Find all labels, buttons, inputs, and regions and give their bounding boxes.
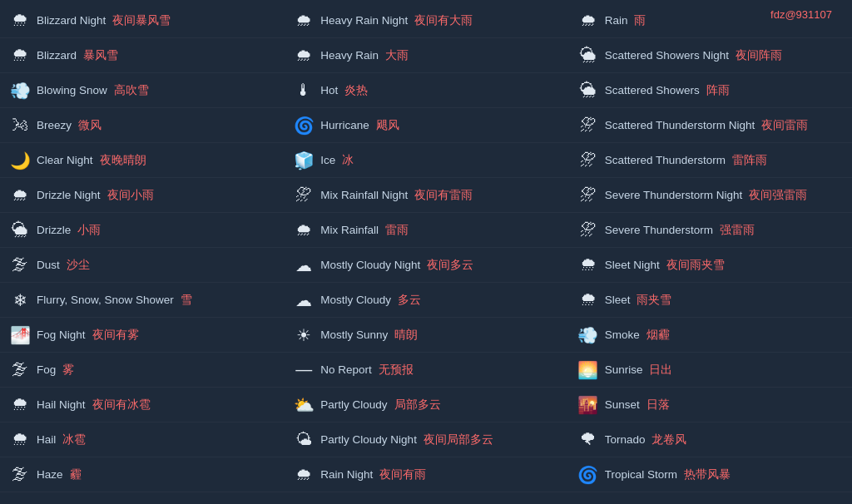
weather-item: ☁Mostly Cloudy Night夜间多云 (284, 248, 567, 283)
weather-icon: 🌧 (7, 185, 33, 205)
weather-icon: 🌁 (7, 325, 33, 345)
weather-name-zh: 冰 (342, 153, 354, 168)
weather-name-en: Ice (320, 154, 335, 166)
weather-name-zh: 夜间雨夹雪 (666, 258, 725, 273)
weather-icon: 🌧 (290, 465, 317, 484)
weather-name-en: Mostly Sunny (320, 329, 388, 341)
weather-name-en: Fog Night (37, 329, 86, 341)
weather-name-en: Hurricane (320, 119, 369, 131)
weather-name-zh: 夜间有大雨 (414, 13, 473, 28)
weather-name-en: Scattered Thunderstorm (605, 154, 726, 166)
weather-item: ❄Flurry, Snow, Snow Shower雪 (0, 283, 284, 318)
weather-icon: 💨 (7, 81, 33, 101)
weather-item: ⛈Scattered Thunderstorm Night夜间雷雨 (568, 108, 852, 143)
weather-icon: 🌨 (7, 46, 33, 65)
weather-name-en: Heavy Rain Night (320, 14, 408, 27)
weather-icon: 🌪 (575, 430, 602, 449)
weather-name-zh: 日落 (646, 398, 670, 413)
weather-name-en: Sleet Night (605, 259, 660, 271)
weather-item: 🌧Heavy Rain大雨 (284, 38, 567, 73)
weather-name-en: No Report (320, 363, 372, 376)
weather-icon: ☁ (290, 255, 317, 275)
weather-icon: 🌦 (7, 220, 33, 240)
weather-item: 🌙Clear Night夜晚晴朗 (0, 143, 284, 178)
weather-item: ⛅Partly Cloudy局部多云 (284, 388, 567, 422)
weather-item: 🌫Haze霾 (0, 457, 284, 492)
weather-name-zh: 夜间多云 (427, 258, 473, 273)
weather-item: 🌅Sunrise日出 (568, 353, 852, 388)
weather-name-zh: 夜间强雷雨 (749, 188, 807, 203)
weather-icon: ⛈ (290, 185, 317, 205)
weather-icon: 🌨 (7, 430, 33, 449)
weather-name-en: Drizzle (37, 224, 71, 236)
weather-icon: ❄ (7, 290, 33, 310)
weather-item: ☁Mostly Cloudy多云 (284, 283, 567, 318)
weather-name-en: Rain (605, 14, 628, 27)
weather-name-zh: 小雨 (77, 223, 101, 238)
weather-icon: — (290, 360, 317, 379)
weather-item: 🌨Blizzard暴风雪 (0, 38, 284, 73)
weather-icon: 🌡 (290, 81, 317, 100)
weather-item: 💨Blowing Snow高吹雪 (0, 73, 284, 108)
weather-name-en: Severe Thunderstorm Night (605, 189, 743, 201)
weather-icon: ☁ (290, 290, 317, 310)
weather-name-en: Mix Rainfall Night (320, 189, 408, 201)
weather-name-zh: 日出 (649, 363, 672, 378)
weather-icon: 🌧 (290, 11, 317, 30)
weather-item: 🌡Hot炎热 (284, 73, 567, 108)
weather-name-zh: 夜间雷雨 (761, 118, 808, 133)
user-tag: fdz@931107 (770, 8, 839, 21)
weather-name-zh: 冰雹 (62, 432, 86, 447)
weather-item: 🌀Hurricane飓风 (284, 108, 567, 143)
weather-name-zh: 霾 (70, 467, 82, 482)
weather-icon: 🌫 (7, 465, 33, 484)
weather-name-en: Sunset (605, 398, 640, 411)
weather-name-zh: 热带风暴 (684, 467, 731, 482)
weather-name-en: Mix Rainfall (320, 224, 379, 236)
weather-icon: 🌅 (575, 360, 602, 380)
weather-item: 🌁Fog Night夜间有雾 (0, 318, 284, 353)
weather-item: 🌧Heavy Rain Night夜间有大雨 (284, 3, 567, 38)
weather-name-zh: 雨夹雪 (637, 293, 671, 308)
weather-name-en: Mostly Cloudy Night (320, 259, 420, 271)
weather-icon: 🌧 (290, 220, 317, 240)
weather-icon: 🌇 (575, 395, 602, 415)
weather-icon: 🌙 (7, 151, 33, 170)
weather-icon: 💨 (575, 325, 602, 345)
weather-item: 🌇Sunset日落 (568, 388, 852, 422)
weather-grid: 🌨Blizzard Night夜间暴风雪🌨Blizzard暴风雪💨Blowing… (0, 0, 852, 496)
weather-name-en: Breezy (37, 119, 72, 131)
weather-name-en: Scattered Showers Night (605, 49, 729, 62)
weather-name-en: Sunrise (605, 363, 643, 376)
weather-name-zh: 雪 (181, 293, 192, 308)
weather-icon: 🌧 (575, 11, 602, 30)
weather-icon: 🌨 (7, 395, 33, 414)
weather-name-en: Blizzard (37, 49, 77, 62)
weather-name-zh: 多云 (398, 293, 421, 308)
column-1: 🌧Heavy Rain Night夜间有大雨🌧Heavy Rain大雨🌡Hot炎… (284, 3, 567, 492)
column-2: 🌧Rain雨🌦Scattered Showers Night夜间阵雨🌦Scatt… (568, 3, 852, 492)
weather-item: 🌦Scattered Showers Night夜间阵雨 (568, 38, 852, 73)
weather-name-zh: 局部多云 (394, 398, 441, 413)
weather-name-zh: 无预报 (379, 363, 414, 378)
weather-name-zh: 夜间小雨 (107, 188, 154, 203)
weather-icon: 🌫 (7, 255, 33, 274)
weather-name-zh: 夜间有雷雨 (414, 188, 473, 203)
weather-item: 🌦Scattered Showers阵雨 (568, 73, 852, 108)
weather-name-zh: 大雨 (385, 48, 409, 63)
weather-item: ☀Mostly Sunny晴朗 (284, 318, 567, 353)
weather-icon: 🌤 (290, 430, 317, 449)
weather-icon: ⛅ (290, 395, 317, 415)
weather-item: 🌪Tornado龙卷风 (568, 422, 852, 457)
weather-item: 🌨Sleet雨夹雪 (568, 283, 852, 318)
weather-item: ⛈Severe Thunderstorm强雷雨 (568, 213, 852, 248)
weather-name-en: Dust (37, 259, 60, 271)
weather-name-zh: 雾 (62, 363, 74, 378)
weather-name-en: Blowing Snow (37, 84, 107, 96)
weather-name-en: Drizzle Night (37, 189, 101, 201)
weather-name-en: Scattered Showers (605, 84, 700, 96)
weather-icon: 🌦 (575, 81, 602, 100)
weather-icon: 🌨 (575, 255, 602, 274)
weather-item: 🌨Sleet Night夜间雨夹雪 (568, 248, 852, 283)
weather-name-zh: 龙卷风 (651, 432, 686, 447)
